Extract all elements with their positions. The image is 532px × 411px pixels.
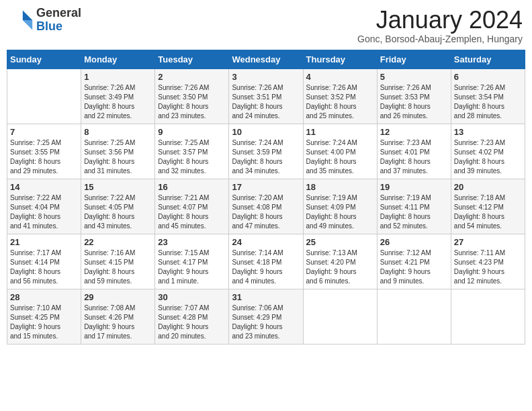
week-row-5: 28Sunrise: 7:10 AM Sunset: 4:25 PM Dayli…: [7, 289, 525, 344]
day-info: Sunrise: 7:22 AM Sunset: 4:05 PM Dayligh…: [84, 193, 152, 231]
header-cell-tuesday: Tuesday: [155, 50, 229, 68]
day-info: Sunrise: 7:24 AM Sunset: 3:59 PM Dayligh…: [232, 138, 300, 176]
day-number: 12: [380, 127, 448, 137]
day-cell: 6Sunrise: 7:26 AM Sunset: 3:54 PM Daylig…: [451, 68, 525, 124]
day-cell: 29Sunrise: 7:08 AM Sunset: 4:26 PM Dayli…: [81, 289, 155, 344]
day-info: Sunrise: 7:26 AM Sunset: 3:51 PM Dayligh…: [232, 83, 300, 121]
day-cell: 2Sunrise: 7:26 AM Sunset: 3:50 PM Daylig…: [155, 68, 229, 124]
day-cell: 18Sunrise: 7:19 AM Sunset: 4:09 PM Dayli…: [303, 179, 377, 234]
logo-icon: [9, 8, 34, 32]
day-number: 30: [158, 292, 226, 302]
day-info: Sunrise: 7:26 AM Sunset: 3:54 PM Dayligh…: [454, 83, 522, 121]
day-cell: 14Sunrise: 7:22 AM Sunset: 4:04 PM Dayli…: [7, 179, 81, 234]
title-area: January 2024 Gonc, Borsod-Abauj-Zemplen,…: [357, 7, 523, 44]
day-cell: 22Sunrise: 7:16 AM Sunset: 4:15 PM Dayli…: [81, 234, 155, 289]
day-cell: 15Sunrise: 7:22 AM Sunset: 4:05 PM Dayli…: [81, 179, 155, 234]
day-info: Sunrise: 7:15 AM Sunset: 4:17 PM Dayligh…: [158, 248, 226, 286]
day-cell: 28Sunrise: 7:10 AM Sunset: 4:25 PM Dayli…: [7, 289, 81, 344]
header-cell-monday: Monday: [81, 50, 155, 68]
day-cell: 25Sunrise: 7:13 AM Sunset: 4:20 PM Dayli…: [303, 234, 377, 289]
day-cell: 30Sunrise: 7:07 AM Sunset: 4:28 PM Dayli…: [155, 289, 229, 344]
svg-marker-0: [23, 10, 32, 19]
day-cell: 3Sunrise: 7:26 AM Sunset: 3:51 PM Daylig…: [229, 68, 303, 124]
day-info: Sunrise: 7:25 AM Sunset: 3:57 PM Dayligh…: [158, 138, 226, 176]
day-cell: 10Sunrise: 7:24 AM Sunset: 3:59 PM Dayli…: [229, 124, 303, 179]
page-header: General Blue January 2024 Gonc, Borsod-A…: [7, 7, 525, 44]
day-info: Sunrise: 7:07 AM Sunset: 4:28 PM Dayligh…: [158, 304, 226, 341]
day-cell: 21Sunrise: 7:17 AM Sunset: 4:14 PM Dayli…: [7, 234, 81, 289]
day-number: 4: [306, 72, 374, 82]
day-info: Sunrise: 7:26 AM Sunset: 3:49 PM Dayligh…: [84, 83, 152, 121]
day-cell: 1Sunrise: 7:26 AM Sunset: 3:49 PM Daylig…: [81, 68, 155, 124]
week-row-4: 21Sunrise: 7:17 AM Sunset: 4:14 PM Dayli…: [7, 234, 525, 289]
day-number: 27: [454, 237, 522, 247]
day-cell: 13Sunrise: 7:23 AM Sunset: 4:02 PM Dayli…: [451, 124, 525, 179]
day-cell: 24Sunrise: 7:14 AM Sunset: 4:18 PM Dayli…: [229, 234, 303, 289]
day-info: Sunrise: 7:14 AM Sunset: 4:18 PM Dayligh…: [232, 248, 300, 286]
day-info: Sunrise: 7:08 AM Sunset: 4:26 PM Dayligh…: [84, 304, 152, 341]
day-cell: 19Sunrise: 7:19 AM Sunset: 4:11 PM Dayli…: [377, 179, 451, 234]
header-cell-friday: Friday: [377, 50, 451, 68]
day-info: Sunrise: 7:24 AM Sunset: 4:00 PM Dayligh…: [306, 138, 374, 176]
day-number: 17: [232, 182, 300, 192]
month-title: January 2024: [357, 7, 523, 34]
day-cell: 27Sunrise: 7:11 AM Sunset: 4:23 PM Dayli…: [451, 234, 525, 289]
day-info: Sunrise: 7:17 AM Sunset: 4:14 PM Dayligh…: [10, 248, 78, 286]
day-number: 9: [158, 127, 226, 137]
header-cell-wednesday: Wednesday: [229, 50, 303, 68]
day-number: 15: [84, 182, 152, 192]
logo-general-text: General: [36, 7, 81, 20]
day-cell: 17Sunrise: 7:20 AM Sunset: 4:08 PM Dayli…: [229, 179, 303, 234]
day-number: 16: [158, 182, 226, 192]
day-cell: 31Sunrise: 7:06 AM Sunset: 4:29 PM Dayli…: [229, 289, 303, 344]
day-info: Sunrise: 7:12 AM Sunset: 4:21 PM Dayligh…: [380, 248, 448, 286]
day-cell: 8Sunrise: 7:25 AM Sunset: 3:56 PM Daylig…: [81, 124, 155, 179]
day-cell: 26Sunrise: 7:12 AM Sunset: 4:21 PM Dayli…: [377, 234, 451, 289]
day-info: Sunrise: 7:06 AM Sunset: 4:29 PM Dayligh…: [232, 304, 300, 341]
day-number: 1: [84, 72, 152, 82]
day-cell: 9Sunrise: 7:25 AM Sunset: 3:57 PM Daylig…: [155, 124, 229, 179]
day-number: 22: [84, 237, 152, 247]
day-info: Sunrise: 7:26 AM Sunset: 3:52 PM Dayligh…: [306, 83, 374, 121]
week-row-3: 14Sunrise: 7:22 AM Sunset: 4:04 PM Dayli…: [7, 179, 525, 234]
day-number: 19: [380, 182, 448, 192]
day-cell: 11Sunrise: 7:24 AM Sunset: 4:00 PM Dayli…: [303, 124, 377, 179]
day-cell: 12Sunrise: 7:23 AM Sunset: 4:01 PM Dayli…: [377, 124, 451, 179]
day-cell: 20Sunrise: 7:18 AM Sunset: 4:12 PM Dayli…: [451, 179, 525, 234]
day-info: Sunrise: 7:16 AM Sunset: 4:15 PM Dayligh…: [84, 248, 152, 286]
week-row-2: 7Sunrise: 7:25 AM Sunset: 3:55 PM Daylig…: [7, 124, 525, 179]
day-cell: [377, 289, 451, 344]
day-info: Sunrise: 7:25 AM Sunset: 3:56 PM Dayligh…: [84, 138, 152, 176]
week-row-1: 1Sunrise: 7:26 AM Sunset: 3:49 PM Daylig…: [7, 68, 525, 124]
day-info: Sunrise: 7:21 AM Sunset: 4:07 PM Dayligh…: [158, 193, 226, 231]
day-info: Sunrise: 7:18 AM Sunset: 4:12 PM Dayligh…: [454, 193, 522, 231]
day-info: Sunrise: 7:22 AM Sunset: 4:04 PM Dayligh…: [10, 193, 78, 231]
day-info: Sunrise: 7:23 AM Sunset: 4:01 PM Dayligh…: [380, 138, 448, 176]
day-info: Sunrise: 7:10 AM Sunset: 4:25 PM Dayligh…: [10, 304, 78, 341]
day-number: 13: [454, 127, 522, 137]
logo-blue-text: Blue: [36, 20, 81, 34]
svg-marker-1: [23, 20, 32, 30]
day-number: 26: [380, 237, 448, 247]
day-number: 6: [454, 72, 522, 82]
day-number: 20: [454, 182, 522, 192]
day-number: 3: [232, 72, 300, 82]
day-number: 2: [158, 72, 226, 82]
day-number: 29: [84, 292, 152, 302]
day-info: Sunrise: 7:19 AM Sunset: 4:11 PM Dayligh…: [380, 193, 448, 231]
day-number: 23: [158, 237, 226, 247]
day-cell: 23Sunrise: 7:15 AM Sunset: 4:17 PM Dayli…: [155, 234, 229, 289]
logo: General Blue: [9, 7, 81, 34]
day-number: 11: [306, 127, 374, 137]
day-cell: 5Sunrise: 7:26 AM Sunset: 3:53 PM Daylig…: [377, 68, 451, 124]
day-info: Sunrise: 7:23 AM Sunset: 4:02 PM Dayligh…: [454, 138, 522, 176]
day-info: Sunrise: 7:25 AM Sunset: 3:55 PM Dayligh…: [10, 138, 78, 176]
day-number: 7: [10, 127, 78, 137]
day-cell: 4Sunrise: 7:26 AM Sunset: 3:52 PM Daylig…: [303, 68, 377, 124]
day-info: Sunrise: 7:13 AM Sunset: 4:20 PM Dayligh…: [306, 248, 374, 286]
day-cell: 7Sunrise: 7:25 AM Sunset: 3:55 PM Daylig…: [7, 124, 81, 179]
day-number: 18: [306, 182, 374, 192]
day-number: 8: [84, 127, 152, 137]
day-number: 31: [232, 292, 300, 302]
day-number: 21: [10, 237, 78, 247]
